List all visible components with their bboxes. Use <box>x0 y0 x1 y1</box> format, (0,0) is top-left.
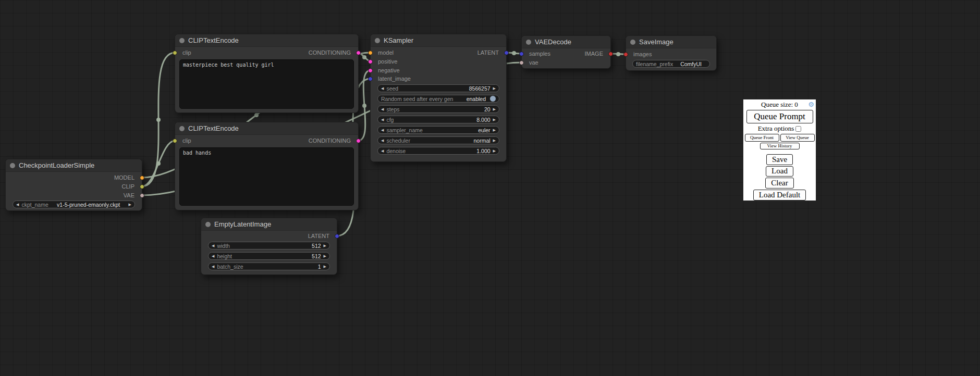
node-titlebar[interactable]: VAEDecode <box>522 36 610 48</box>
conditioning-output-dot[interactable] <box>356 51 361 55</box>
node-vae-decode[interactable]: VAEDecode samples IMAGE vae <box>521 35 611 69</box>
denoise-widget[interactable]: ◀ denoise 1.000 ▶ <box>377 147 499 155</box>
decrement-arrow-icon[interactable]: ◀ <box>381 136 384 144</box>
view-history-button[interactable]: View History <box>760 143 800 149</box>
decrement-arrow-icon[interactable]: ◀ <box>212 242 214 249</box>
node-checkpoint-loader-simple[interactable]: CheckpointLoaderSimple MODEL CLIP VAE ◀ … <box>5 159 142 211</box>
widget-value: enabled <box>467 96 486 102</box>
increment-arrow-icon[interactable]: ▶ <box>493 105 496 113</box>
node-titlebar[interactable]: CheckpointLoaderSimple <box>6 159 142 172</box>
collapse-dot-icon[interactable] <box>179 126 185 131</box>
positive-prompt-textarea[interactable]: masterpiece best quality girl <box>179 59 354 109</box>
clear-button[interactable]: Clear <box>765 178 793 189</box>
save-button[interactable]: Save <box>766 154 793 165</box>
node-save-image[interactable]: SaveImage images filename_prefix ComfyUI <box>626 35 717 71</box>
node-titlebar[interactable]: CLIPTextEncode <box>175 34 358 47</box>
model-input-dot[interactable] <box>368 51 373 55</box>
filename-prefix-widget[interactable]: filename_prefix ComfyUI <box>632 60 710 68</box>
widget-label: height <box>217 253 232 259</box>
steps-widget[interactable]: ◀ steps 20 ▶ <box>377 105 499 113</box>
sampler-name-widget[interactable]: ◀ sampler_name euler ▶ <box>377 126 499 134</box>
node-titlebar[interactable]: EmptyLatentImage <box>201 218 337 231</box>
image-output-dot[interactable] <box>608 52 613 56</box>
decrement-arrow-icon[interactable]: ◀ <box>381 105 384 113</box>
positive-input-dot[interactable] <box>368 59 373 64</box>
link-midpoint-dot <box>156 161 161 166</box>
node-titlebar[interactable]: SaveImage <box>626 36 716 48</box>
collapse-dot-icon[interactable] <box>630 40 635 45</box>
images-input-dot[interactable] <box>623 52 628 57</box>
link-clip-to-negative-encode <box>142 141 175 186</box>
clip-input-dot[interactable] <box>173 139 177 143</box>
widget-label: ckpt_name <box>21 202 48 208</box>
increment-arrow-icon[interactable]: ▶ <box>324 262 326 270</box>
port-label-conditioning: CONDITIONING <box>309 49 351 56</box>
random-seed-toggle-widget[interactable]: Random seed after every gen enabled <box>377 95 499 103</box>
node-empty-latent-image[interactable]: EmptyLatentImage LATENT ◀ width 512 ▶ ◀ … <box>201 218 337 275</box>
node-titlebar[interactable]: KSampler <box>371 34 506 47</box>
extra-options-checkbox[interactable] <box>795 126 801 132</box>
height-widget[interactable]: ◀ height 512 ▶ <box>208 252 330 260</box>
toggle-knob-icon[interactable] <box>490 96 496 102</box>
widget-value: 1.000 <box>476 148 490 154</box>
decrement-arrow-icon[interactable]: ◀ <box>16 200 19 208</box>
decrement-arrow-icon[interactable]: ◀ <box>381 147 384 155</box>
collapse-dot-icon[interactable] <box>375 38 380 43</box>
port-label-latent: LATENT <box>477 49 499 56</box>
input-port-vae: vae <box>522 59 610 67</box>
increment-arrow-icon[interactable]: ▶ <box>493 147 496 155</box>
widget-label: Random seed after every gen <box>381 96 453 102</box>
decrement-arrow-icon[interactable]: ◀ <box>381 126 384 134</box>
width-widget[interactable]: ◀ width 512 ▶ <box>208 242 330 249</box>
load-button[interactable]: Load <box>766 166 793 177</box>
clip-output-dot[interactable] <box>140 184 144 189</box>
node-title-text: SaveImage <box>639 38 673 46</box>
decrement-arrow-icon[interactable]: ◀ <box>212 252 214 260</box>
conditioning-output-dot[interactable] <box>356 139 361 143</box>
queue-prompt-button[interactable]: Queue Prompt <box>746 110 813 123</box>
increment-arrow-icon[interactable]: ▶ <box>493 116 496 123</box>
widget-value: 8566257 <box>469 85 491 92</box>
node-clip-text-encode-negative[interactable]: CLIPTextEncode clip CONDITIONING bad han… <box>175 122 359 210</box>
widget-label: sampler_name <box>386 127 422 133</box>
collapse-dot-icon[interactable] <box>10 163 15 168</box>
node-titlebar[interactable]: CLIPTextEncode <box>175 122 358 135</box>
port-row: model LATENT <box>371 49 506 57</box>
decrement-arrow-icon[interactable]: ◀ <box>381 84 384 92</box>
latent-image-input-dot[interactable] <box>368 77 373 81</box>
settings-gear-icon[interactable]: ⚙ <box>808 101 814 108</box>
model-output-dot[interactable] <box>140 176 144 180</box>
ckpt-name-widget[interactable]: ◀ ckpt_name v1-5-pruned-emaonly.ckpt ▶ <box>13 200 135 208</box>
increment-arrow-icon[interactable]: ▶ <box>324 242 326 249</box>
cfg-widget[interactable]: ◀ cfg 8.000 ▶ <box>377 116 499 123</box>
batch-size-widget[interactable]: ◀ batch_size 1 ▶ <box>208 262 330 270</box>
latent-output-dot[interactable] <box>335 234 339 239</box>
samples-input-dot[interactable] <box>519 52 524 56</box>
seed-widget[interactable]: ◀ seed 8566257 ▶ <box>377 84 499 92</box>
queue-front-button[interactable]: Queue Front <box>745 134 779 142</box>
increment-arrow-icon[interactable]: ▶ <box>324 252 326 260</box>
negative-input-dot[interactable] <box>368 68 373 73</box>
scheduler-widget[interactable]: ◀ scheduler normal ▶ <box>377 136 499 144</box>
collapse-dot-icon[interactable] <box>205 222 211 227</box>
decrement-arrow-icon[interactable]: ◀ <box>212 262 214 270</box>
node-title-text: CLIPTextEncode <box>188 36 239 44</box>
vae-output-dot[interactable] <box>140 193 144 198</box>
latent-output-dot[interactable] <box>504 51 509 55</box>
increment-arrow-icon[interactable]: ▶ <box>493 126 496 134</box>
view-queue-button[interactable]: View Queue <box>780 134 815 142</box>
node-clip-text-encode-positive[interactable]: CLIPTextEncode clip CONDITIONING masterp… <box>175 34 359 113</box>
increment-arrow-icon[interactable]: ▶ <box>129 200 131 208</box>
increment-arrow-icon[interactable]: ▶ <box>493 136 496 144</box>
load-default-button[interactable]: Load Default <box>753 190 806 200</box>
clip-input-dot[interactable] <box>173 51 177 55</box>
node-ksampler[interactable]: KSampler model LATENT positive negative … <box>370 34 507 162</box>
vae-input-dot[interactable] <box>519 60 524 65</box>
collapse-dot-icon[interactable] <box>526 40 531 45</box>
decrement-arrow-icon[interactable]: ◀ <box>381 116 384 123</box>
collapse-dot-icon[interactable] <box>179 38 185 43</box>
widget-label: cfg <box>386 117 394 123</box>
negative-prompt-textarea[interactable]: bad hands <box>179 147 354 206</box>
increment-arrow-icon[interactable]: ▶ <box>493 84 496 92</box>
widget-label: denoise <box>386 148 406 154</box>
